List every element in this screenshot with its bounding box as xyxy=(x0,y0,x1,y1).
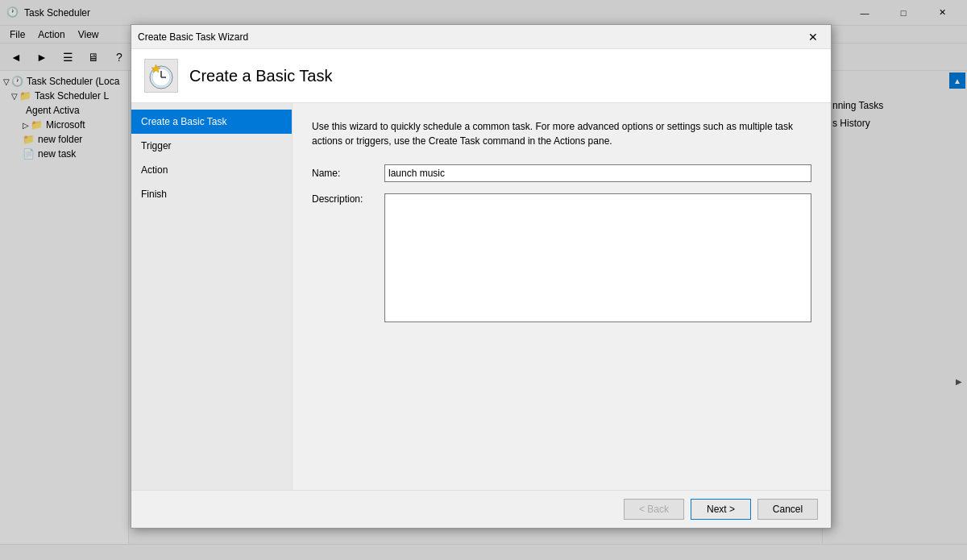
wizard-nav: Create a Basic Task Trigger Action Finis… xyxy=(131,103,293,490)
dialog-header-title: Create a Basic Task xyxy=(189,67,333,85)
wizard-step-finish[interactable]: Finish xyxy=(131,182,292,206)
dialog-header-icon xyxy=(144,59,178,93)
dialog-overlay: Create Basic Task Wizard ✕ Create a Basi… xyxy=(0,0,967,560)
description-label: Description: xyxy=(312,193,384,205)
back-button[interactable]: < Back xyxy=(624,499,684,520)
name-label: Name: xyxy=(312,168,384,179)
wizard-description: Use this wizard to quickly schedule a co… xyxy=(312,119,811,148)
dialog-body: Create a Basic Task Trigger Action Finis… xyxy=(131,103,831,490)
wizard-step-trigger[interactable]: Trigger xyxy=(131,134,292,158)
description-row: Description: xyxy=(312,193,811,322)
dialog-header: Create a Basic Task xyxy=(131,49,831,103)
dialog-close-button[interactable]: ✕ xyxy=(802,28,824,46)
wizard-content: Use this wizard to quickly schedule a co… xyxy=(293,103,831,490)
create-basic-task-dialog: Create Basic Task Wizard ✕ Create a Basi… xyxy=(131,24,832,529)
description-input[interactable] xyxy=(384,193,811,322)
dialog-title-bar: Create Basic Task Wizard ✕ xyxy=(131,25,831,49)
name-input[interactable] xyxy=(384,164,811,182)
wizard-step-label: Finish xyxy=(141,189,167,200)
wizard-step-label: Create a Basic Task xyxy=(141,116,227,127)
dialog-footer: < Back Next > Cancel xyxy=(131,490,831,528)
wizard-step-label: Action xyxy=(141,164,168,176)
cancel-button[interactable]: Cancel xyxy=(757,499,818,520)
name-row: Name: xyxy=(312,164,811,182)
main-window: 🕐 Task Scheduler — □ ✕ File Action View … xyxy=(0,0,967,560)
clock-star-icon xyxy=(147,61,176,90)
dialog-title: Create Basic Task Wizard xyxy=(138,31,802,43)
wizard-step-action[interactable]: Action xyxy=(131,158,292,182)
wizard-step-create[interactable]: Create a Basic Task xyxy=(131,110,292,134)
next-button[interactable]: Next > xyxy=(691,499,751,520)
wizard-step-label: Trigger xyxy=(141,140,172,151)
